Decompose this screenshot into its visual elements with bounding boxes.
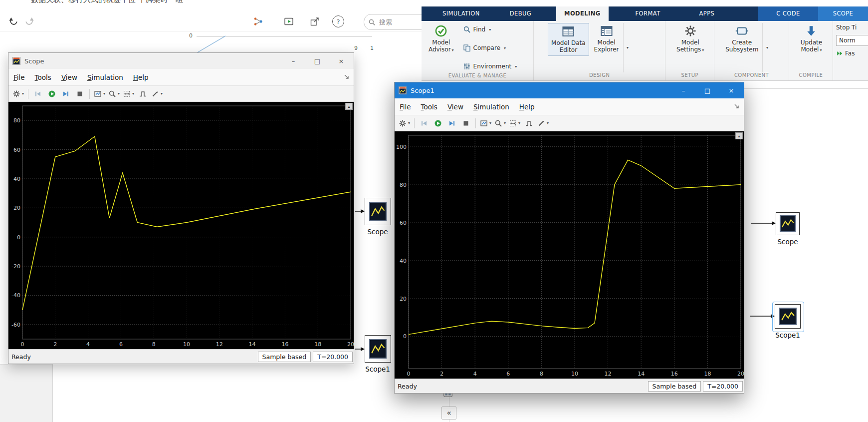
axes-expand-button[interactable]: ▴ bbox=[345, 103, 353, 110]
trigger-button[interactable] bbox=[522, 117, 535, 129]
menu-view[interactable]: View bbox=[61, 73, 77, 81]
scope-window-icon bbox=[12, 57, 20, 65]
svg-text:14: 14 bbox=[249, 341, 256, 348]
scope-settings-button[interactable]: ▾ bbox=[11, 88, 25, 100]
autoscale-button[interactable]: ▾ bbox=[122, 88, 135, 100]
measurements-button[interactable]: ▾ bbox=[150, 88, 164, 100]
compare-button[interactable]: Compare▾ bbox=[461, 43, 519, 52]
svg-text:0: 0 bbox=[17, 234, 20, 241]
create-subsystem-button[interactable]: Create Subsystem bbox=[722, 23, 761, 55]
component-gallery-expander[interactable]: ▾ bbox=[762, 23, 770, 72]
design-gallery-expander[interactable]: ▾ bbox=[623, 23, 631, 72]
minimize-button[interactable]: – bbox=[283, 53, 304, 69]
simulation-mode-select[interactable]: Norm bbox=[836, 35, 868, 46]
scope-block[interactable] bbox=[365, 198, 391, 225]
update-model-button[interactable]: Update Model▾ bbox=[798, 23, 825, 55]
maximize-button[interactable]: □ bbox=[307, 53, 328, 69]
close-button[interactable]: × bbox=[331, 53, 352, 69]
model-data-editor-button[interactable]: Model Data Editor bbox=[548, 23, 589, 56]
display-settings-button[interactable]: ▾ bbox=[479, 117, 492, 129]
axes-expand-button[interactable]: ▴ bbox=[735, 132, 743, 139]
gear-icon bbox=[12, 90, 20, 98]
svg-text:40: 40 bbox=[13, 176, 20, 182]
stop-button[interactable] bbox=[459, 117, 472, 129]
scope-block[interactable] bbox=[776, 212, 800, 235]
block-label: Scope bbox=[355, 228, 400, 236]
search-box[interactable] bbox=[364, 14, 422, 30]
zoom-button[interactable]: ▾ bbox=[107, 88, 121, 100]
dock-arrow-icon[interactable] bbox=[734, 103, 740, 109]
collapse-browser-button[interactable]: « bbox=[441, 407, 456, 420]
model-explorer-button[interactable]: Model Explorer bbox=[591, 23, 622, 55]
status-sample-mode: Sample based bbox=[258, 352, 311, 362]
scope1-titlebar[interactable]: Scope1 – □ × bbox=[395, 82, 744, 98]
svg-text:16: 16 bbox=[281, 341, 288, 348]
tab-modeling[interactable]: MODELING bbox=[556, 6, 609, 21]
svg-text:18: 18 bbox=[704, 371, 711, 377]
menu-help[interactable]: Help bbox=[133, 73, 149, 81]
run-viewer-icon[interactable] bbox=[282, 15, 295, 28]
fast-restart-toggle[interactable]: Fas bbox=[836, 50, 868, 57]
menu-simulation[interactable]: Simulation bbox=[473, 103, 509, 111]
model-advisor-icon bbox=[434, 24, 447, 37]
menu-simulation[interactable]: Simulation bbox=[87, 73, 123, 81]
stop-icon bbox=[76, 90, 84, 98]
display-settings-button[interactable]: ▾ bbox=[93, 88, 106, 100]
step-forward-button[interactable] bbox=[445, 117, 458, 129]
fragment-tick-label: 9 bbox=[354, 45, 358, 51]
scope1-block[interactable] bbox=[775, 304, 801, 329]
menu-view[interactable]: View bbox=[447, 103, 463, 111]
svg-text:8: 8 bbox=[540, 371, 543, 377]
find-button[interactable]: Find▾ bbox=[461, 25, 519, 34]
open-new-window-icon[interactable] bbox=[308, 15, 321, 28]
run-button[interactable] bbox=[45, 88, 58, 100]
zoom-button[interactable]: ▾ bbox=[493, 117, 507, 129]
undo-button[interactable] bbox=[7, 15, 20, 28]
gear-icon bbox=[399, 119, 407, 127]
scope1-block[interactable] bbox=[365, 335, 391, 363]
scope-menubar: File Tools View Simulation Help bbox=[8, 69, 354, 86]
dock-arrow-icon[interactable] bbox=[344, 74, 350, 80]
model-explorer-icon bbox=[600, 24, 613, 37]
trigger-button[interactable] bbox=[136, 88, 149, 100]
menu-help[interactable]: Help bbox=[519, 103, 535, 111]
minimize-button[interactable]: – bbox=[673, 82, 694, 98]
step-back-button[interactable] bbox=[31, 88, 44, 100]
menu-tools[interactable]: Tools bbox=[421, 103, 437, 111]
scope-plot-area: 02468101214161820-60-40-20020406080 ▴ bbox=[8, 102, 354, 349]
search-input[interactable] bbox=[378, 18, 414, 26]
stop-button[interactable] bbox=[73, 88, 86, 100]
redo-button[interactable] bbox=[23, 15, 36, 28]
ribbon-group-simulate: Stop Ti Norm Fas bbox=[833, 21, 868, 80]
menu-file[interactable]: File bbox=[13, 73, 25, 81]
model-settings-button[interactable]: Model Settings▾ bbox=[673, 23, 707, 55]
step-forward-button[interactable] bbox=[59, 88, 72, 100]
scope-titlebar[interactable]: Scope – □ × bbox=[8, 53, 354, 69]
scope-block-screen bbox=[369, 339, 387, 359]
ribbon-section-label: EVALUATE & MANAGE bbox=[422, 73, 533, 80]
model-advisor-button[interactable]: Model Advisor▾ bbox=[426, 23, 457, 55]
menu-file[interactable]: File bbox=[400, 103, 411, 111]
measurements-button[interactable]: ▾ bbox=[536, 117, 550, 129]
scope-statusbar: Ready Sample based T=20.000 bbox=[8, 349, 354, 364]
autoscale-button[interactable]: ▾ bbox=[508, 117, 521, 129]
tab-debug[interactable]: DEBUG bbox=[502, 6, 539, 21]
menu-tools[interactable]: Tools bbox=[35, 73, 51, 81]
tab-format[interactable]: FORMAT bbox=[628, 6, 668, 21]
run-button[interactable] bbox=[432, 117, 444, 129]
tab-apps[interactable]: APPS bbox=[691, 6, 723, 21]
ribbon-section-label: DESIGN bbox=[534, 72, 665, 80]
step-back-button[interactable] bbox=[418, 117, 431, 129]
update-model-icon bbox=[805, 24, 818, 37]
environment-button[interactable]: Environment▾ bbox=[461, 62, 519, 71]
maximize-button[interactable]: □ bbox=[697, 82, 718, 98]
tab-simulation[interactable]: SIMULATION bbox=[434, 6, 488, 21]
close-button[interactable]: × bbox=[721, 82, 742, 98]
signal-hierarchy-icon[interactable] bbox=[252, 15, 265, 28]
svg-text:4: 4 bbox=[473, 371, 477, 377]
tab-c-code[interactable]: C CODE bbox=[758, 6, 818, 21]
window-title: Scope bbox=[24, 57, 280, 65]
tab-scope[interactable]: SCOPE bbox=[818, 6, 868, 21]
help-icon[interactable]: ? bbox=[332, 15, 344, 27]
scope-settings-button[interactable]: ▾ bbox=[398, 117, 411, 129]
